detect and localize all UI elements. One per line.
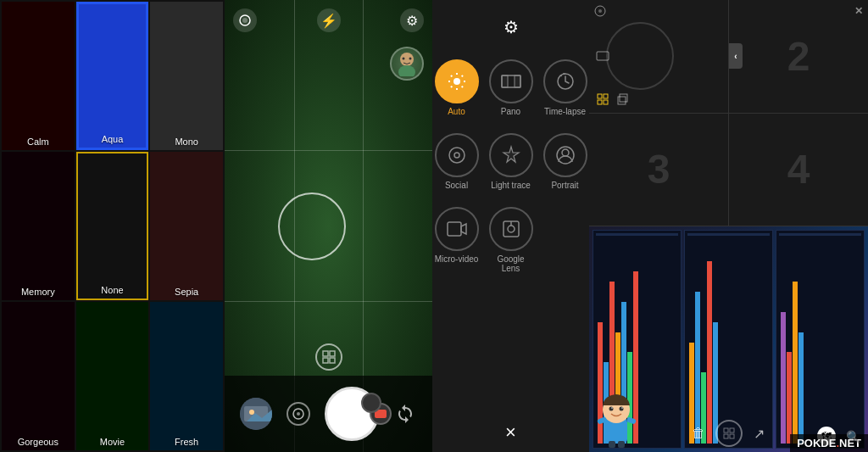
bar3-4 (798, 332, 804, 444)
delete-icon[interactable]: 🗑 (688, 423, 709, 444)
svg-point-22 (454, 153, 459, 158)
timelapse-icon (543, 59, 587, 103)
svg-point-28 (508, 226, 515, 232)
timelapse-label: Time-lapse (544, 107, 586, 116)
filter-movie[interactable]: Movie (76, 302, 149, 450)
filter-panel: Calm Aqua Mono Memory None Sepia Gorgeou… (0, 0, 225, 452)
share-icon[interactable]: ↗ (749, 423, 770, 444)
googlelens-label: Google Lens (489, 254, 533, 273)
mode-panel: ⚙ Auto Pano (432, 0, 589, 452)
portrait-icon (543, 133, 587, 177)
window-cell-2[interactable]: ✕ 2 ‹ (729, 0, 868, 113)
svg-rect-33 (598, 94, 602, 98)
window-cell-4[interactable]: 4 (729, 114, 868, 226)
window-handle[interactable]: ‹ (729, 43, 743, 69)
svg-point-8 (249, 410, 254, 415)
cell1-top-icons (594, 5, 723, 20)
filter-gorgeous-label: Gorgeous (18, 437, 58, 447)
svg-point-21 (449, 148, 465, 163)
gallery-thumbnail[interactable] (240, 398, 272, 430)
shutter-button[interactable] (325, 387, 379, 441)
grid-line-h1 (225, 150, 432, 151)
filter-fresh-label: Fresh (175, 437, 198, 447)
bar3-3 (793, 282, 798, 444)
filter-fresh[interactable]: Fresh (150, 302, 223, 450)
filter-memory[interactable]: Memory (2, 152, 75, 300)
screen2-header-bar (687, 233, 770, 236)
svg-rect-37 (620, 94, 627, 102)
mode-microvideo[interactable]: Micro-video (433, 202, 481, 278)
filter-gorgeous[interactable]: Gorgeous (2, 302, 75, 450)
svg-rect-48 (618, 441, 625, 448)
filter-mono[interactable]: Mono (150, 2, 223, 150)
filter-none[interactable]: None (76, 152, 149, 300)
mode-grid: Auto Pano Time- (425, 54, 598, 413)
window-cell-3[interactable]: 3 (589, 114, 728, 226)
microvideo-label: Micro-video (435, 254, 479, 264)
svg-point-23 (562, 149, 569, 156)
googlelens-icon (489, 207, 533, 251)
arc-decoration (606, 22, 674, 90)
pano-icon (489, 59, 533, 103)
cell3-number: 3 (648, 146, 670, 193)
bar2-4 (707, 261, 712, 444)
multiwindow-selector: ✕ 2 ‹ 3 4 (589, 0, 868, 226)
chart-area-3 (779, 239, 861, 445)
camera-top-bar: ⚡ ⚙ (233, 8, 424, 32)
mode-auto[interactable]: Auto (433, 54, 481, 121)
focus-mode-icon[interactable] (287, 402, 310, 426)
mode-panel-close-button[interactable]: × (505, 421, 516, 444)
filter-sepia[interactable]: Sepia (150, 152, 223, 300)
flip-camera-icon[interactable] (393, 402, 417, 426)
camera-viewfinder-panel: ⚡ ⚙ (225, 0, 432, 452)
svg-point-4 (403, 58, 405, 60)
svg-rect-14 (323, 358, 328, 363)
svg-rect-46 (626, 416, 637, 424)
filter-aqua[interactable]: Aqua (76, 2, 149, 150)
grid-small-icon[interactable] (594, 91, 611, 108)
zoom-icon[interactable]: 🔍 (844, 428, 861, 445)
svg-point-5 (409, 58, 412, 60)
window-cell-1[interactable] (589, 0, 728, 113)
auto-label: Auto (448, 107, 465, 116)
svg-point-41 (609, 407, 614, 411)
copy-window-icon[interactable] (615, 91, 632, 108)
mode-portrait[interactable]: Portrait (542, 128, 589, 195)
photo-preview-area: 🗑 ↗ 🗺 POKDE . (589, 226, 868, 452)
svg-point-42 (620, 407, 624, 411)
svg-point-16 (453, 78, 460, 85)
svg-point-44 (621, 407, 623, 409)
portrait-label: Portrait (551, 181, 578, 190)
social-icon (435, 133, 479, 177)
filter-memory-label: Memory (21, 287, 55, 297)
filter-calm-label: Calm (27, 137, 49, 147)
svg-point-3 (398, 65, 415, 76)
svg-rect-50 (730, 428, 734, 432)
camera-bottom-controls (225, 376, 432, 452)
shutter-indicator (715, 420, 743, 447)
shutter-group (325, 387, 379, 441)
svg-rect-35 (598, 100, 602, 104)
flash-off-icon[interactable]: ⚡ (317, 8, 341, 32)
svg-rect-25 (448, 222, 461, 236)
hdr-icon[interactable] (233, 8, 257, 32)
camera-settings-icon[interactable]: ⚙ (504, 17, 519, 37)
filter-mono-label: Mono (175, 137, 198, 147)
chevron-left-icon: ‹ (734, 52, 737, 61)
mode-timelapse[interactable]: Time-lapse (542, 54, 589, 121)
grid-mode-button[interactable] (315, 343, 342, 371)
avatar-sticker[interactable] (390, 47, 424, 81)
mode-lighttrace[interactable]: Light trace (487, 128, 535, 195)
bottom-action-icons: 🗑 ↗ (688, 420, 770, 447)
settings-camera-icon[interactable]: ⚙ (400, 8, 424, 32)
mode-pano[interactable]: Pano (487, 54, 535, 121)
mode-googlelens[interactable]: Google Lens (487, 202, 535, 278)
cell4-number: 4 (787, 146, 810, 193)
filter-calm[interactable]: Calm (2, 2, 75, 150)
screen-2 (684, 230, 773, 449)
svg-point-31 (598, 9, 602, 13)
gallery-small-icon (594, 5, 606, 20)
bar3-2 (787, 352, 792, 444)
window-grid: ✕ 2 ‹ 3 4 (589, 0, 868, 226)
mode-social[interactable]: Social (433, 128, 481, 195)
